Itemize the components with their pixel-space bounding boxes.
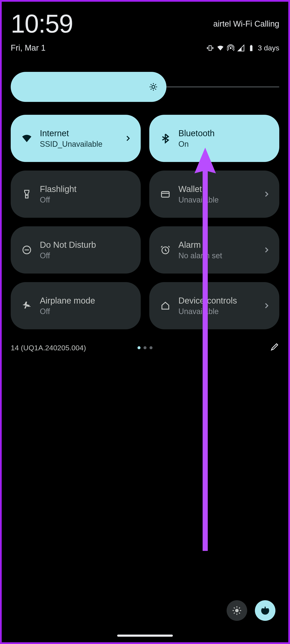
signal-icon: [237, 44, 245, 52]
tile-title: Alarm: [178, 240, 255, 250]
flashlight-icon: [21, 189, 32, 199]
carrier-label: airtel Wi-Fi Calling: [213, 19, 279, 28]
svg-point-0: [230, 47, 232, 49]
build-number: 14 (UQ1A.240205.004): [11, 344, 86, 352]
svg-point-1: [152, 86, 155, 88]
svg-rect-3: [161, 192, 169, 197]
tile-subtitle: Off: [40, 196, 132, 204]
dnd-tile[interactable]: Do Not Disturb Off: [11, 226, 141, 274]
tile-subtitle: Off: [40, 251, 132, 260]
home-icon: [160, 300, 171, 311]
nav-bar-handle[interactable]: [117, 634, 173, 637]
edit-tiles-button[interactable]: [270, 342, 279, 353]
brightness-slider[interactable]: [11, 72, 279, 102]
device-controls-tile[interactable]: Device controls Unavailable: [149, 282, 279, 329]
bluetooth-tile[interactable]: Bluetooth On: [149, 115, 279, 162]
status-bar-icons: 3 days: [206, 44, 279, 52]
tile-subtitle: Unavailable: [178, 196, 255, 204]
svg-point-7: [236, 609, 238, 612]
tile-subtitle: On: [178, 140, 271, 149]
alarm-tile[interactable]: Alarm No alarm set: [149, 226, 279, 274]
tile-title: Device controls: [178, 296, 255, 306]
settings-button[interactable]: [227, 600, 247, 621]
flashlight-tile[interactable]: Flashlight Off: [11, 170, 141, 218]
tile-title: Do Not Disturb: [40, 240, 132, 250]
tile-title: Flashlight: [40, 184, 132, 194]
chevron-right-icon: [124, 134, 132, 142]
chevron-right-icon: [262, 246, 271, 254]
tile-title: Bluetooth: [178, 128, 271, 138]
tile-subtitle: SSID_Unavailable: [40, 140, 116, 149]
tile-subtitle: Unavailable: [178, 307, 255, 316]
dnd-icon: [21, 245, 32, 255]
wallet-icon: [160, 189, 171, 199]
airplane-icon: [21, 300, 32, 311]
battery-text: 3 days: [258, 44, 279, 52]
tile-title: Airplane mode: [40, 296, 132, 306]
tile-title: Wallet: [178, 184, 255, 194]
chevron-right-icon: [262, 190, 271, 198]
tile-title: Internet: [40, 128, 116, 138]
clock-time: 10:59: [11, 11, 73, 36]
alarm-icon: [160, 245, 171, 255]
brightness-icon: [149, 82, 158, 92]
power-button[interactable]: [255, 600, 276, 621]
internet-tile[interactable]: Internet SSID_Unavailable: [11, 115, 141, 162]
wallet-tile[interactable]: Wallet Unavailable: [149, 170, 279, 218]
date-label: Fri, Mar 1: [11, 43, 46, 52]
tile-subtitle: No alarm set: [178, 251, 255, 260]
tile-subtitle: Off: [40, 307, 132, 316]
chevron-right-icon: [262, 302, 271, 310]
page-indicator: [138, 346, 152, 349]
wifi-icon: [21, 133, 32, 144]
bluetooth-icon: [160, 133, 171, 144]
svg-point-2: [26, 194, 27, 196]
wifi-icon: [217, 44, 224, 52]
airplane-tile[interactable]: Airplane mode Off: [11, 282, 141, 329]
hotspot-icon: [227, 44, 234, 52]
battery-icon: [248, 44, 255, 52]
vibrate-icon: [206, 44, 214, 52]
